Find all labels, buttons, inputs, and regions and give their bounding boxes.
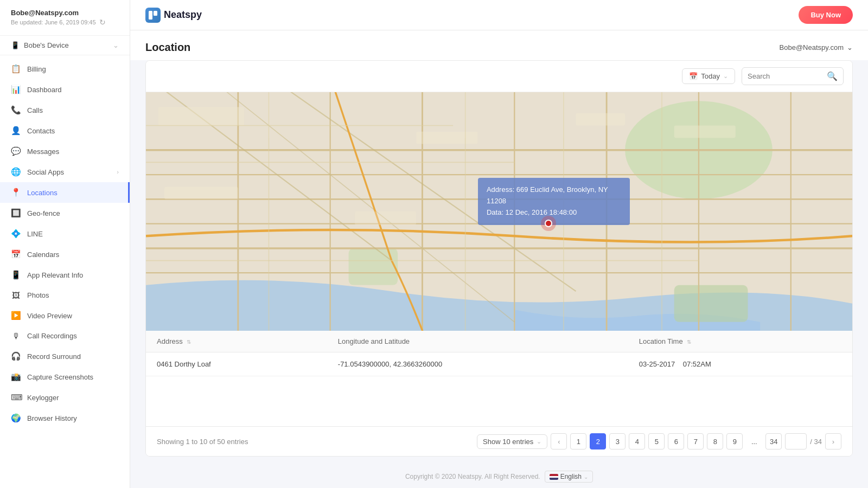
logo-text: Neatspy	[164, 9, 202, 21]
sidebar-item-app-relevant-info[interactable]: 📱 App Relevant Info	[0, 265, 130, 285]
svg-rect-5	[674, 285, 748, 322]
search-box[interactable]: 🔍	[742, 67, 844, 85]
device-chevron-icon: ⌄	[113, 41, 119, 49]
sidebar-item-calendars[interactable]: 📅 Calendars	[0, 244, 130, 265]
device-row[interactable]: 📱 Bobe's Device ⌄	[0, 36, 130, 55]
locations-icon: 📍	[11, 188, 21, 197]
calendar-icon: 📅	[689, 72, 698, 80]
map-pin-inner	[545, 220, 552, 227]
col-time[interactable]: Location Time ⇅	[628, 331, 852, 352]
last-updated-text: Be updated: June 6, 2019 09:45	[11, 19, 96, 25]
page-title: Location	[145, 41, 190, 54]
account-dropdown[interactable]: Bobe@Neatspy.com ⌄	[780, 43, 853, 52]
sidebar-item-messages[interactable]: 💬 Messages	[0, 141, 130, 162]
sidebar-item-social-apps[interactable]: 🌐 Social Apps ›	[0, 162, 130, 182]
col-address[interactable]: Address ⇅	[146, 331, 327, 352]
page-4-button[interactable]: 4	[629, 433, 645, 450]
footer: Copyright © 2020 Neatspy. All Right Rese…	[130, 465, 868, 488]
sidebar-item-billing[interactable]: 📋 Billing	[0, 59, 130, 79]
page-1-button[interactable]: 1	[570, 433, 586, 450]
keylogger-icon: ⌨	[11, 393, 21, 402]
svg-rect-0	[149, 11, 152, 20]
sidebar-item-label-messages: Messages	[27, 147, 59, 156]
geo-fence-icon: 🔲	[11, 208, 21, 218]
page-last-button[interactable]: 34	[765, 433, 782, 450]
refresh-icon[interactable]: ↻	[99, 18, 106, 27]
map-pin[interactable]	[541, 216, 556, 231]
page-5-button[interactable]: 5	[648, 433, 665, 450]
page-7-button[interactable]: 7	[687, 433, 704, 450]
address-sort-icon: ⇅	[187, 339, 191, 345]
copyright-text: Copyright © 2020 Neatspy. All Right Rese…	[405, 473, 540, 480]
time-sort-icon: ⇅	[687, 339, 691, 345]
sidebar-item-calls[interactable]: 📞 Calls	[0, 100, 130, 120]
date-filter-label: Today	[701, 72, 720, 80]
lang-chevron-icon: ⌄	[584, 474, 588, 480]
page-9-button[interactable]: 9	[726, 433, 743, 450]
sidebar-item-label-calls: Calls	[27, 106, 43, 114]
date-filter[interactable]: 📅 Today ⌄	[682, 68, 735, 84]
sidebar-item-label-keylogger: Keylogger	[27, 394, 59, 402]
sidebar-item-capture-screenshots[interactable]: 📸 Capture Screenshots	[0, 367, 130, 387]
page-2-button[interactable]: 2	[590, 433, 606, 450]
line-icon: 💠	[11, 229, 21, 239]
buy-now-button[interactable]: Buy Now	[799, 6, 853, 24]
sidebar-item-dashboard[interactable]: 📊 Dashboard	[0, 79, 130, 100]
col-coords[interactable]: Longitude and Latitude	[327, 331, 628, 352]
nav-arrow-icon: ›	[117, 169, 119, 175]
sidebar-item-keylogger[interactable]: ⌨ Keylogger	[0, 387, 130, 408]
sidebar-item-label-app-relevant-info: App Relevant Info	[27, 271, 83, 279]
sidebar-item-video-preview[interactable]: ▶️ Video Preview	[0, 305, 130, 326]
device-icon: 📱	[11, 41, 20, 49]
content-area: Location Bobe@Neatspy.com ⌄ 📅 Today ⌄ �	[130, 30, 868, 488]
language-selector[interactable]: English ⌄	[545, 471, 593, 483]
sidebar-item-locations[interactable]: 📍 Locations	[0, 182, 130, 203]
data-table: Address ⇅ Longitude and Latitude Locatio…	[146, 331, 852, 426]
page-8-button[interactable]: 8	[707, 433, 723, 450]
svg-rect-22	[158, 107, 245, 126]
logo-icon	[145, 8, 161, 23]
map-pin-outer	[541, 216, 556, 231]
page-6-button[interactable]: 6	[668, 433, 684, 450]
sidebar-item-label-call-recordings: Call Recordings	[27, 332, 77, 340]
table-header: Address ⇅ Longitude and Latitude Locatio…	[146, 331, 852, 352]
show-entries-chevron: ⌄	[537, 438, 541, 445]
sidebar-item-contacts[interactable]: 👤 Contacts	[0, 120, 130, 141]
location-page-header: Location Bobe@Neatspy.com ⌄	[130, 30, 868, 60]
nav-section: 📋 Billing 📊 Dashboard 📞 Calls 👤 Contacts…	[0, 55, 130, 432]
svg-rect-4	[349, 248, 398, 285]
page-3-button[interactable]: 3	[609, 433, 626, 450]
cell-coords: -71.0543900000, 42.3663260000	[327, 352, 628, 376]
sidebar-item-geo-fence[interactable]: 🔲 Geo-fence	[0, 203, 130, 223]
sidebar-item-label-locations: Locations	[27, 189, 58, 197]
sidebar-user-email: Bobe@Neatspy.com	[11, 9, 119, 17]
sidebar-item-photos[interactable]: 🖼 Photos	[0, 285, 130, 305]
search-input[interactable]	[748, 72, 824, 80]
svg-rect-27	[355, 211, 416, 225]
table-row: 0461 Dorthy Loaf -71.0543900000, 42.3663…	[146, 352, 852, 376]
filter-bar: 📅 Today ⌄ 🔍	[146, 61, 852, 92]
location-body: 📅 Today ⌄ 🔍	[145, 60, 853, 457]
device-name: 📱 Bobe's Device	[11, 41, 69, 49]
sidebar-item-label-capture-screenshots: Capture Screenshots	[27, 373, 93, 381]
page-jump-input[interactable]	[785, 433, 807, 450]
social-apps-icon: 🌐	[11, 167, 21, 177]
cell-address: 0461 Dorthy Loaf	[146, 352, 327, 376]
sidebar-item-record-surround[interactable]: 🎧 Record Surround	[0, 346, 130, 367]
record-surround-icon: 🎧	[11, 351, 21, 361]
language-label: English	[560, 473, 582, 480]
sidebar-item-line[interactable]: 💠 LINE	[0, 223, 130, 244]
cell-time: 03-25-2017 07:52AM	[628, 352, 852, 376]
sidebar-item-label-geo-fence: Geo-fence	[27, 209, 60, 217]
next-page-button[interactable]: ›	[825, 433, 841, 450]
topbar: Neatspy Buy Now	[130, 0, 868, 30]
topbar-logo: Neatspy	[145, 8, 202, 23]
sidebar-item-browser-history[interactable]: 🌍 Browser History	[0, 408, 130, 428]
sidebar-item-call-recordings[interactable]: 🎙 Call Recordings	[0, 326, 130, 346]
prev-page-button[interactable]: ‹	[551, 433, 567, 450]
billing-icon: 📋	[11, 64, 21, 74]
account-chevron-icon: ⌄	[847, 43, 853, 52]
sidebar-item-label-calendars: Calendars	[27, 251, 59, 259]
pagination-bar: Showing 1 to 10 of 50 entries Show 10 en…	[146, 426, 852, 456]
show-entries-dropdown[interactable]: Show 10 entries ⌄	[477, 434, 547, 449]
